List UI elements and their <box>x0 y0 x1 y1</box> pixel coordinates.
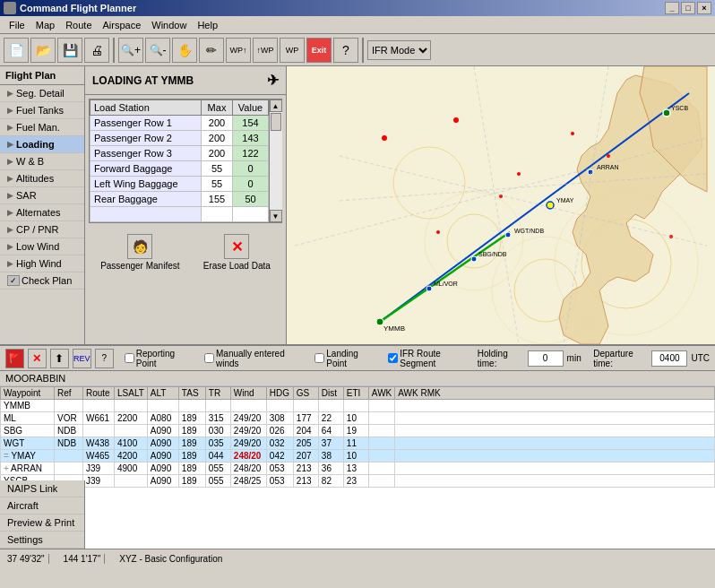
vertical-scrollbar[interactable]: ▲ ▼ <box>269 99 281 222</box>
exit-button[interactable]: Exit <box>306 38 332 63</box>
sidebar-item-fuel-tanks[interactable]: ▶ Fuel Tanks <box>0 102 84 119</box>
departure-time-input[interactable] <box>651 350 687 367</box>
fp-table-row[interactable]: + ARRAN J39 4900 A090 189 055 248/20 053… <box>1 463 715 475</box>
help-button[interactable]: ? <box>333 38 358 63</box>
pencil-button[interactable]: ✏ <box>199 38 224 63</box>
holding-time-label: Holding time: <box>478 349 524 368</box>
load-value[interactable]: 50 <box>233 192 269 207</box>
load-station-name[interactable]: Left Wing Baggage <box>90 177 202 192</box>
col-max: Max <box>202 100 233 116</box>
manual-winds-checkbox[interactable] <box>204 353 214 363</box>
fp-flag-button[interactable]: 🚩 <box>5 349 24 368</box>
passenger-manifest-button[interactable]: 🧑 Passenger Manifest <box>100 234 179 271</box>
maximize-button[interactable]: □ <box>681 2 695 14</box>
load-value[interactable]: 143 <box>233 131 269 146</box>
load-station-name[interactable]: Rear Baggage <box>90 192 202 207</box>
load-station-name[interactable]: Passenger Row 1 <box>90 116 202 131</box>
sidebar-item-check-plan[interactable]: ✓ Check Plan <box>0 272 84 290</box>
wp-button[interactable]: WP↑ <box>226 38 251 63</box>
ifr-route-check[interactable]: IFR Route Segment <box>388 349 474 368</box>
menu-airspace[interactable]: Airspace <box>98 18 147 32</box>
reporting-point-label: Reporting Point <box>136 349 194 368</box>
fp-move-button[interactable]: ⬆ <box>50 349 69 368</box>
sidebar-item-sar[interactable]: ▶ SAR <box>0 187 84 204</box>
fp-cell-awk-rmk <box>395 475 715 488</box>
fp-rev-button[interactable]: REV <box>73 349 91 368</box>
hand-button[interactable]: ✋ <box>172 38 197 63</box>
fp-options: Reporting Point Manually entered winds L… <box>125 349 474 368</box>
zoom-in-button[interactable]: 🔍+ <box>118 38 143 63</box>
wp3-button[interactable]: WP <box>280 38 305 63</box>
menu-help[interactable]: Help <box>192 18 223 32</box>
scroll-up-button[interactable]: ▲ <box>270 99 282 112</box>
menu-file[interactable]: File <box>4 18 30 32</box>
sidebar-item-fuel-man[interactable]: ▶ Fuel Man. <box>0 119 84 136</box>
sidebar-item-cp-pnr[interactable]: ▶ CP / PNR <box>0 221 84 238</box>
sidebar-item-low-wind[interactable]: ▶ Low Wind <box>0 238 84 255</box>
mode-select[interactable]: IFR Mode <box>367 40 431 60</box>
holding-time-input[interactable] <box>528 350 564 367</box>
menu-map[interactable]: Map <box>30 18 60 32</box>
open-button[interactable]: 📂 <box>30 38 56 63</box>
sidebar-item-loading[interactable]: ▶ Loading <box>0 136 84 153</box>
sep-1 <box>113 38 115 63</box>
print-button[interactable]: 🖨 <box>84 38 109 63</box>
save-button[interactable]: 💾 <box>57 38 82 63</box>
scroll-track[interactable] <box>270 112 282 210</box>
fp-cell-dist <box>318 400 343 412</box>
sidebar-item-aircraft[interactable]: Aircraft <box>0 497 84 514</box>
load-value[interactable]: 154 <box>233 116 269 131</box>
menu-route[interactable]: Route <box>60 18 97 32</box>
sidebar-item-seg-detail[interactable]: ▶ Seg. Detail <box>0 85 84 102</box>
manual-winds-check[interactable]: Manually entered winds <box>204 349 304 368</box>
load-value[interactable]: 0 <box>233 161 269 177</box>
minimize-button[interactable]: _ <box>665 2 679 14</box>
sidebar-item-wb[interactable]: ▶ W & B <box>0 153 84 170</box>
load-station-name[interactable]: Passenger Row 3 <box>90 146 202 161</box>
load-max: 200 <box>202 116 233 131</box>
fp-table-row[interactable]: = YMAY W465 4200 A090 189 044 248/20 042… <box>1 450 715 463</box>
load-value[interactable]: 122 <box>233 146 269 161</box>
fp-cell-gs <box>293 400 318 412</box>
fp-table-row[interactable]: YSCB J39 A090 189 055 248/25 053 213 82 … <box>1 475 715 488</box>
col-awk: AWK <box>368 387 394 400</box>
fp-cell-route <box>83 400 115 412</box>
ifr-route-checkbox[interactable] <box>388 353 398 363</box>
reporting-point-check[interactable]: Reporting Point <box>125 349 194 368</box>
sidebar-item-altitudes[interactable]: ▶ Altitudes <box>0 170 84 187</box>
load-station-name[interactable]: Forward Baggage <box>90 161 202 177</box>
sidebar-item-settings[interactable]: Settings <box>0 532 84 549</box>
scroll-down-button[interactable]: ▼ <box>270 210 282 222</box>
erase-load-button[interactable]: ✕ Erase Load Data <box>203 234 271 271</box>
wp2-button[interactable]: ↑WP <box>253 38 278 63</box>
fp-cell-waypoint: YMMB <box>1 400 55 412</box>
close-button[interactable]: × <box>697 2 711 14</box>
fp-cell-wind <box>230 400 266 412</box>
fp-cell-hdg <box>266 400 293 412</box>
sidebar-item-naips-link[interactable]: NAIPS Link <box>0 480 84 497</box>
sidebar-item-high-wind[interactable]: ▶ High Wind <box>0 255 84 272</box>
sidebar-item-preview-print[interactable]: Preview & Print <box>0 514 84 532</box>
load-station-name[interactable]: Passenger Row 2 <box>90 131 202 146</box>
fp-cell-awk-rmk <box>395 412 715 425</box>
departure-time-label: Departure time: <box>593 349 648 368</box>
col-hdg: HDG <box>266 387 293 400</box>
landing-point-check[interactable]: Landing Point <box>314 349 377 368</box>
menu-window[interactable]: Window <box>146 18 192 32</box>
fp-cell-hdg: 053 <box>266 463 293 475</box>
fp-delete-button[interactable]: ✕ <box>28 349 47 368</box>
load-value[interactable]: 0 <box>233 177 269 192</box>
map-area[interactable]: YMMB ML/VOR SBG/NDB WGT/NDB YMAY ARRAN Y… <box>287 66 715 344</box>
landing-point-checkbox[interactable] <box>314 353 324 363</box>
reporting-point-checkbox[interactable] <box>125 353 134 363</box>
arrow-icon: ▶ <box>7 140 13 149</box>
fp-table-row[interactable]: SBG NDB A090 189 030 249/20 026 204 64 1… <box>1 425 715 437</box>
fp-help2-button[interactable]: ? <box>95 349 114 368</box>
scroll-thumb[interactable] <box>271 113 281 131</box>
sidebar-item-alternates[interactable]: ▶ Alternates <box>0 204 84 221</box>
fp-table-row[interactable]: ML VOR W661 2200 A080 189 315 249/20 308… <box>1 412 715 425</box>
fp-table-row[interactable]: WGT NDB W438 4100 A090 189 035 249/20 03… <box>1 437 715 450</box>
zoom-out-button[interactable]: 🔍- <box>145 38 170 63</box>
new-button[interactable]: 📄 <box>4 38 29 63</box>
fp-table-row[interactable]: YMMB <box>1 400 715 412</box>
